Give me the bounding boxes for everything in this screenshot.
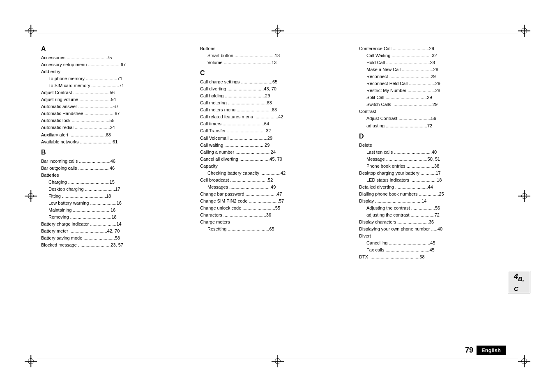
list-item: Adjust Contrast ........................…	[41, 89, 192, 96]
list-item: Call waiting ...........................…	[200, 142, 351, 149]
list-item: Adjust Contrast ........................…	[359, 115, 510, 122]
reg-mark-top-left	[25, 25, 37, 37]
list-item: Battery charge indicator ...............…	[41, 221, 192, 228]
list-item: Removing ...............................…	[41, 214, 192, 221]
list-item: Change bar password ....................…	[200, 191, 351, 198]
column-a: A Accessories ..........................…	[41, 45, 196, 347]
list-item: Fitting ................................…	[41, 193, 192, 200]
list-item: Call related features menu .............…	[200, 113, 351, 120]
list-item: Cancelling .............................…	[359, 240, 510, 247]
list-item: Restrict My Number .....................…	[359, 87, 510, 94]
list-item: LED status indicators ..................…	[359, 177, 510, 184]
list-item: Change unlock code .....................…	[200, 205, 351, 212]
list-item: Contrast	[359, 108, 510, 115]
list-item: Hold Call ..............................…	[359, 59, 510, 66]
list-item: Calling a number .......................…	[200, 149, 351, 156]
list-item: Volume .................................…	[200, 59, 351, 66]
list-item: Automatic answer .......................…	[41, 103, 192, 110]
list-item: Charging ...............................…	[41, 179, 192, 186]
list-item: To phone memory ........................…	[41, 75, 192, 82]
list-item: Switch Calls ...........................…	[359, 101, 510, 108]
list-item: Delete	[359, 142, 510, 149]
list-item: Adjust ring volume .....................…	[41, 96, 192, 103]
list-item: Display characters .....................…	[359, 219, 510, 226]
list-item: Displaying your own phone number ..... 4…	[359, 226, 510, 233]
section-b-heading: B	[41, 149, 192, 156]
list-item: Divert	[359, 233, 510, 240]
list-item: Dialling phone book numbers ............…	[359, 191, 510, 198]
list-item: Cell broadcast .........................…	[200, 177, 351, 184]
top-rule	[37, 34, 518, 34]
reg-mark-bottom-center	[272, 355, 284, 367]
index-content: A Accessories ..........................…	[41, 45, 514, 347]
list-item: adjusting the contrast .................…	[359, 212, 510, 219]
list-item: Desktop charging .......................…	[41, 186, 192, 193]
list-item: Last ten calls .........................…	[359, 149, 510, 156]
list-item: Detailed diverting .....................…	[359, 184, 510, 191]
list-item: Smart button ...........................…	[200, 52, 351, 59]
list-item: Characters .............................…	[200, 212, 351, 219]
section-d-heading: D	[359, 133, 510, 140]
column-c: Conference Call ........................…	[355, 45, 514, 347]
list-item: Accessory setup menu ...................…	[41, 61, 192, 68]
list-item: Call Voicemail .........................…	[200, 135, 351, 142]
page-number: 79	[465, 346, 473, 355]
list-item: Automatic Handsfree ....................…	[41, 110, 192, 117]
list-item: Call charge settings ...................…	[200, 78, 351, 85]
list-item: Low battery warning ....................…	[41, 200, 192, 207]
list-item: Charge meters	[200, 219, 351, 226]
list-item: Bar incoming calls .....................…	[41, 158, 192, 165]
list-item: Message ................................…	[359, 156, 510, 163]
list-item: Display ................................…	[359, 198, 510, 205]
bottom-rule	[37, 358, 518, 358]
reg-mark-top-right	[518, 25, 530, 37]
list-item: Automatic lock .........................…	[41, 117, 192, 124]
list-item: Automatic redial .......................…	[41, 124, 192, 131]
reg-mark-mid-right	[518, 190, 530, 202]
list-item: Add entry	[41, 68, 192, 75]
list-item: Battery saving mode ....................…	[41, 235, 192, 242]
list-item: Call timers ............................…	[200, 120, 351, 127]
list-item: Reconnect ..............................…	[359, 73, 510, 80]
list-item: Desktop charging your battery ..........…	[359, 170, 510, 177]
reg-mark-mid-left	[25, 190, 37, 202]
list-item: Call metering ..........................…	[200, 99, 351, 106]
section-a-heading: A	[41, 45, 192, 53]
section-c-heading: C	[200, 69, 351, 77]
list-item: Accessories ............................…	[41, 54, 192, 61]
list-item: Split Call .............................…	[359, 94, 510, 101]
page-footer: 79 English	[465, 346, 506, 355]
list-item: Call meters menu .......................…	[200, 106, 351, 113]
list-item: Call Transfer ..........................…	[200, 127, 351, 134]
list-item: Battery meter ..........................…	[41, 228, 192, 235]
list-item: Maintaining ............................…	[41, 207, 192, 214]
index-columns: A Accessories ..........................…	[41, 45, 514, 347]
list-item: Checking battery capacity ..............…	[200, 170, 351, 177]
list-item: Batteries	[41, 172, 192, 179]
reg-mark-bottom-left	[25, 355, 37, 367]
list-item: Fax calls ..............................…	[359, 247, 510, 254]
list-item: Buttons	[200, 45, 351, 52]
list-item: Messages ...............................…	[200, 184, 351, 191]
list-item: Adjusting the contrast .................…	[359, 205, 510, 212]
list-item: Bar outgoing calls .....................…	[41, 165, 192, 172]
list-item: Call diverting .........................…	[200, 85, 351, 92]
list-item: Auxiliary alert ........................…	[41, 131, 192, 138]
reg-mark-top-center	[272, 25, 284, 37]
column-b: Buttons Smart button ...................…	[196, 45, 355, 347]
list-item: Available networks .....................…	[41, 138, 192, 145]
list-item: Cancel all diverting ...................…	[200, 156, 351, 163]
list-item: adjusting ..............................…	[359, 122, 510, 129]
language-label: English	[477, 346, 506, 355]
list-item: Resetting ..............................…	[200, 226, 351, 233]
list-item: To SIM card memory .....................…	[41, 82, 192, 89]
reg-mark-bottom-right	[518, 355, 530, 367]
list-item: Capacity	[200, 163, 351, 170]
list-item: Make a New Call ........................…	[359, 66, 510, 73]
list-item: Conference Call ........................…	[359, 45, 510, 52]
list-item: Call holding ...........................…	[200, 92, 351, 99]
list-item: Call Waiting ...........................…	[359, 52, 510, 59]
list-item: Blocked message ........................…	[41, 242, 192, 249]
list-item: DTX ....................................…	[359, 254, 510, 261]
list-item: Phone book entries .....................…	[359, 163, 510, 170]
